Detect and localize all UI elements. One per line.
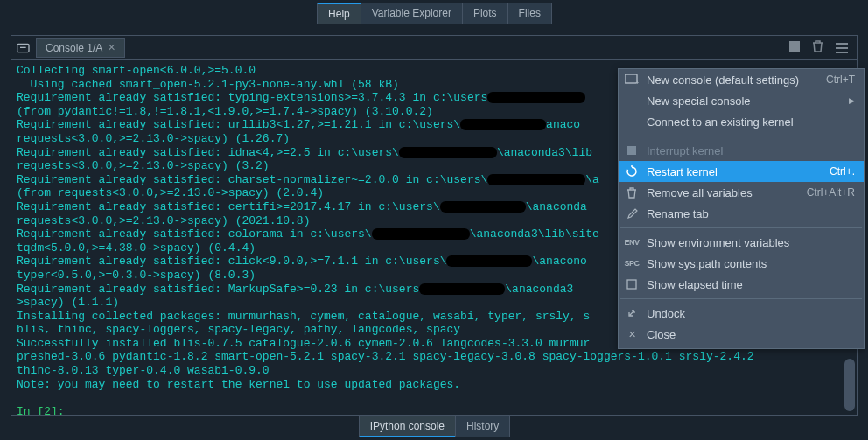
hamburger-icon[interactable]: [836, 43, 848, 53]
tab-files[interactable]: Files: [508, 3, 552, 24]
menu-restart-kernel[interactable]: Restart kernel Ctrl+.: [619, 161, 864, 182]
menu-label: Close: [647, 328, 676, 341]
tab-ipython-console[interactable]: IPython console: [359, 416, 456, 437]
blank-icon: [624, 115, 640, 129]
menu-shortcut: Ctrl+Alt+R: [807, 186, 855, 199]
svg-rect-2: [789, 41, 800, 52]
menu-label: New special console: [647, 94, 751, 108]
stop-icon: [624, 143, 640, 157]
menu-rename-tab[interactable]: Rename tab: [619, 203, 864, 224]
menu-label: Show environment variables: [647, 236, 789, 249]
menu-interrupt-kernel: Interrupt kernel: [619, 140, 864, 161]
svg-rect-1: [20, 46, 26, 47]
menu-new-special-console[interactable]: New special console: [619, 90, 864, 111]
env-icon: ENV: [624, 235, 640, 249]
blank-icon: [624, 94, 640, 108]
menu-new-console[interactable]: + New console (default settings) Ctrl+T: [619, 69, 864, 90]
undock-icon: [624, 306, 640, 320]
tab-help[interactable]: Help: [317, 3, 361, 24]
console-tabbar: Console 1/A ✕: [11, 36, 857, 60]
spc-icon: SPC: [624, 256, 640, 270]
menu-show-elapsed[interactable]: Show elapsed time: [619, 274, 864, 295]
menu-connect-kernel[interactable]: Connect to an existing kernel: [619, 111, 864, 132]
menu-label: Rename tab: [647, 207, 709, 220]
svg-text:+: +: [635, 79, 639, 85]
menu-label: Restart kernel: [647, 165, 718, 178]
console-tab[interactable]: Console 1/A ✕: [36, 38, 125, 58]
delete-icon: [624, 185, 640, 199]
menu-label: Connect to an existing kernel: [647, 115, 794, 129]
menu-label: Interrupt kernel: [647, 144, 723, 157]
console-pane-toolbar: [789, 40, 857, 55]
close-icon[interactable]: ✕: [108, 42, 116, 53]
vertical-scrollbar[interactable]: [844, 359, 855, 411]
checkbox-icon: [624, 277, 640, 291]
console-tab-label: Console 1/A: [46, 42, 102, 54]
menu-show-env-vars[interactable]: ENV Show environment variables: [619, 232, 864, 253]
menu-shortcut: Ctrl+.: [830, 165, 855, 178]
restart-icon: [624, 164, 640, 178]
menu-separator: [620, 298, 862, 299]
menu-separator: [620, 136, 862, 136]
delete-icon[interactable]: [812, 40, 823, 55]
svg-rect-5: [627, 146, 636, 155]
tab-variable-explorer[interactable]: Variable Explorer: [360, 3, 463, 24]
menu-label: Show elapsed time: [647, 278, 743, 291]
tab-plots[interactable]: Plots: [462, 3, 508, 24]
menu-label: Remove all variables: [647, 186, 752, 199]
stop-icon[interactable]: [789, 41, 800, 54]
menu-label: Show sys.path contents: [647, 257, 766, 270]
menu-close[interactable]: ✕ Close: [619, 324, 864, 345]
svg-rect-6: [627, 280, 636, 289]
close-icon: ✕: [624, 327, 640, 341]
new-console-icon: +: [624, 73, 640, 87]
bottom-pane-tabbar: IPython console History: [0, 416, 868, 440]
tab-history[interactable]: History: [455, 416, 510, 437]
menu-label: New console (default settings): [647, 73, 799, 87]
edit-icon: [624, 206, 640, 220]
top-pane-tabbar: Help Variable Explorer Plots Files: [0, 0, 868, 24]
menu-separator: [620, 227, 862, 228]
console-context-menu: + New console (default settings) Ctrl+T …: [618, 68, 864, 349]
menu-remove-variables[interactable]: Remove all variables Ctrl+Alt+R: [619, 182, 864, 203]
menu-label: Undock: [647, 307, 685, 320]
new-console-icon[interactable]: [11, 38, 36, 59]
menu-show-syspath[interactable]: SPC Show sys.path contents: [619, 253, 864, 274]
menu-undock[interactable]: Undock: [619, 303, 864, 324]
menu-shortcut: Ctrl+T: [826, 73, 855, 86]
